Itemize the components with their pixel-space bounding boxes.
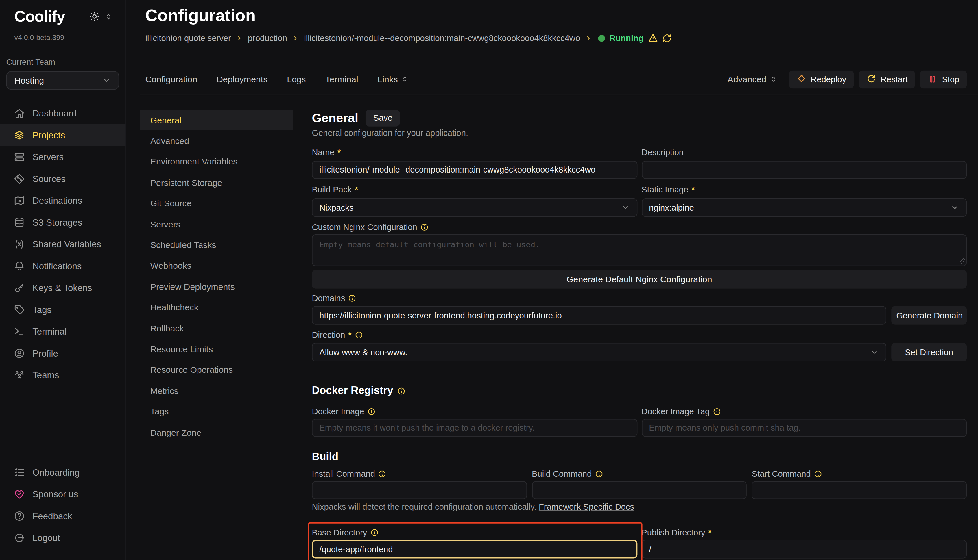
publish-directory-input[interactable] xyxy=(641,540,967,558)
status-running-link[interactable]: Running xyxy=(609,33,644,42)
nginx-config-textarea[interactable] xyxy=(312,234,967,266)
subnav-item-servers[interactable]: Servers xyxy=(140,214,293,235)
docker-image-input[interactable] xyxy=(312,419,637,437)
description-input[interactable] xyxy=(641,161,967,179)
tab-deployments[interactable]: Deployments xyxy=(217,74,267,84)
warning-triangle-icon[interactable] xyxy=(648,33,658,43)
subnav-item-environment-variables[interactable]: Environment Variables xyxy=(140,152,293,172)
info-icon[interactable] xyxy=(595,470,603,478)
stop-button[interactable]: Stop xyxy=(920,70,967,88)
subnav-item-preview-deployments[interactable]: Preview Deployments xyxy=(140,276,293,297)
info-icon[interactable] xyxy=(368,408,376,416)
sidebar-item-feedback[interactable]: Feedback xyxy=(0,505,125,527)
domains-input[interactable] xyxy=(312,306,886,325)
docker-labels: Docker Image Docker Image Tag xyxy=(312,407,967,416)
sidebar-item-label: Destinations xyxy=(32,195,82,205)
nixpacks-note-text: Nixpacks will detect the required config… xyxy=(312,502,536,512)
tabs: Configuration Deployments Logs Terminal … xyxy=(145,74,409,84)
docker-registry-header: Docker Registry xyxy=(312,385,967,397)
sidebar-item-sources[interactable]: Sources xyxy=(0,168,125,189)
name-label: Name * xyxy=(312,148,637,157)
framework-docs-link[interactable]: Framework Specific Docs xyxy=(539,502,634,512)
tab-terminal[interactable]: Terminal xyxy=(325,74,358,84)
sidebar-item-tags[interactable]: Tags xyxy=(0,298,125,320)
sidebar-item-servers[interactable]: Servers xyxy=(0,146,125,168)
name-input[interactable] xyxy=(312,161,637,179)
breadcrumb-environment[interactable]: production xyxy=(248,33,287,42)
generate-domain-button[interactable]: Generate Domain xyxy=(891,306,967,325)
refresh-icon[interactable] xyxy=(662,33,672,42)
static-image-select[interactable]: nginx:alpine xyxy=(641,198,967,217)
required-marker: * xyxy=(338,148,341,157)
sidebar-item-sponsor-us[interactable]: Sponsor us xyxy=(0,483,125,505)
tab-logs[interactable]: Logs xyxy=(287,74,306,84)
info-icon[interactable] xyxy=(354,331,363,339)
base-directory-label: Base Directory xyxy=(312,528,637,537)
sidebar-item-profile[interactable]: Profile xyxy=(0,342,125,364)
team-select-value: Hosting xyxy=(15,75,102,85)
sidebar-item-s3-storages[interactable]: S3 Storages xyxy=(0,211,125,233)
install-command-input[interactable] xyxy=(312,481,527,499)
sidebar-item-terminal[interactable]: Terminal xyxy=(0,320,125,342)
docker-image-tag-label: Docker Image Tag xyxy=(641,407,967,416)
chevron-right-icon xyxy=(292,35,299,42)
subnav-item-resource-operations[interactable]: Resource Operations xyxy=(140,360,293,380)
subnav-item-rollback[interactable]: Rollback xyxy=(140,318,293,339)
restart-button[interactable]: Restart xyxy=(859,70,915,88)
direction-select[interactable]: Allow www & non-www. xyxy=(312,343,886,362)
subnav-item-scheduled-tasks[interactable]: Scheduled Tasks xyxy=(140,235,293,255)
build-pack-select[interactable]: Nixpacks xyxy=(312,198,637,217)
terminal-icon xyxy=(13,326,25,337)
base-directory-input[interactable] xyxy=(312,540,637,558)
redeploy-button[interactable]: Redeploy xyxy=(789,70,854,88)
sidebar-item-notifications[interactable]: Notifications xyxy=(0,255,125,277)
set-direction-button[interactable]: Set Direction xyxy=(891,343,967,362)
subnav-item-resource-limits[interactable]: Resource Limits xyxy=(140,339,293,360)
advanced-dropdown[interactable]: Advanced xyxy=(727,74,777,84)
info-icon[interactable] xyxy=(814,470,822,478)
info-icon[interactable] xyxy=(348,294,356,302)
breadcrumb-project[interactable]: illicitonion quote server xyxy=(145,33,231,42)
subnav-item-git-source[interactable]: Git Source xyxy=(140,193,293,214)
sidebar-item-teams[interactable]: Teams xyxy=(0,364,125,386)
generate-nginx-config-button[interactable]: Generate Default Nginx Configuration xyxy=(312,270,967,289)
directory-inputs xyxy=(312,540,967,558)
info-icon[interactable] xyxy=(713,408,721,416)
info-icon[interactable] xyxy=(370,528,378,537)
save-button[interactable]: Save xyxy=(366,110,400,127)
sidebar-item-onboarding[interactable]: Onboarding xyxy=(0,461,125,483)
info-icon[interactable] xyxy=(398,387,406,395)
subnav-item-tags[interactable]: Tags xyxy=(140,401,293,422)
stop-pause-icon xyxy=(928,74,938,84)
info-icon[interactable] xyxy=(420,223,428,231)
direction-row: Allow www & non-www. Set Direction xyxy=(312,343,967,362)
theme-selector-chevron-icon[interactable] xyxy=(105,13,112,20)
tab-configuration[interactable]: Configuration xyxy=(145,74,197,84)
build-pack-label: Build Pack * xyxy=(312,185,637,195)
sidebar-item-destinations[interactable]: Destinations xyxy=(0,190,125,211)
subnav-item-persistent-storage[interactable]: Persistent Storage xyxy=(140,172,293,193)
sidebar-item-dashboard[interactable]: Dashboard xyxy=(0,102,125,124)
docker-image-tag-input[interactable] xyxy=(641,419,967,437)
breadcrumb-resource[interactable]: illicitestonion/-module--decomposition:m… xyxy=(304,33,580,42)
theme-toggle-sun-icon[interactable] xyxy=(89,11,100,22)
subnav-item-webhooks[interactable]: Webhooks xyxy=(140,255,293,276)
sidebar-item-label: Keys & Tokens xyxy=(32,283,92,293)
subnav-item-advanced[interactable]: Advanced xyxy=(140,131,293,152)
subnav-item-healthcheck[interactable]: Healthcheck xyxy=(140,297,293,318)
sidebar-item-shared-variables[interactable]: Shared Variables xyxy=(0,233,125,255)
sidebar-item-projects[interactable]: Projects xyxy=(0,124,125,146)
subnav-item-danger-zone[interactable]: Danger Zone xyxy=(140,422,293,443)
subnav-item-metrics[interactable]: Metrics xyxy=(140,380,293,401)
tab-links[interactable]: Links xyxy=(377,74,408,84)
restart-button-label: Restart xyxy=(881,75,908,84)
sidebar-item-logout[interactable]: Logout xyxy=(0,527,125,548)
subnav-item-general[interactable]: General xyxy=(140,110,293,131)
sidebar-item-keys-tokens[interactable]: Keys & Tokens xyxy=(0,277,125,298)
name-description-inputs xyxy=(312,161,967,179)
info-icon[interactable] xyxy=(378,470,386,478)
build-command-input[interactable] xyxy=(532,481,747,499)
team-select[interactable]: Hosting xyxy=(7,71,119,90)
start-command-input[interactable] xyxy=(752,481,967,499)
description-label-text: Description xyxy=(641,148,684,157)
